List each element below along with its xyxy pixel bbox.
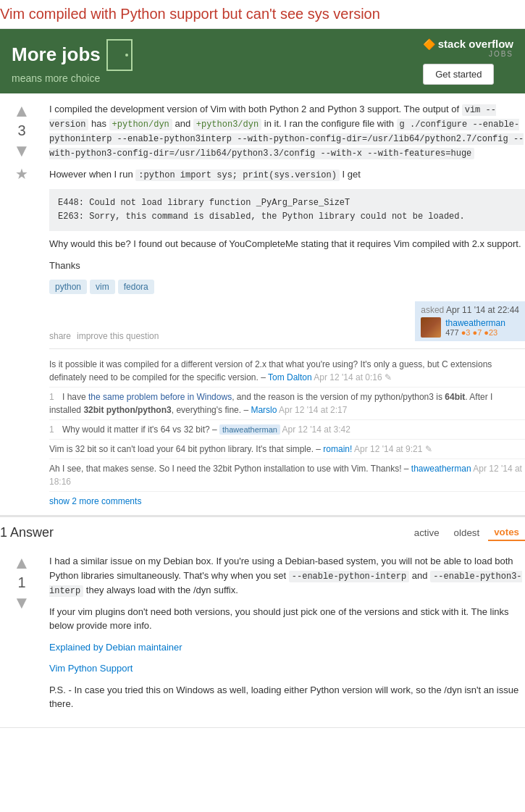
so-jobs-label: JOBS [423,50,513,58]
comment-user-romain[interactable]: romain! [323,444,352,454]
code-python3-dyn: +python3/dyn [193,119,261,130]
comment-num-2: 1 [49,390,58,403]
question-para-1: I compiled the development version of Vi… [49,102,525,160]
question-footer: share improve this question asked Apr 11… [49,301,525,341]
error-code-block: E448: Could not load library function _P… [49,189,525,231]
answer-count: 1 Answer [0,525,54,540]
answer-header: 1 Answer active oldest votes [0,516,525,545]
comments-section: Is it possible it was compiled for a dif… [49,348,525,506]
favorite-button[interactable]: ★ [15,165,28,183]
question-actions: share improve this question [49,331,159,341]
code-python-dyn: +python/dyn [109,119,172,130]
answer-downvote-button[interactable]: ▼ [13,594,30,611]
comment-num-3: 1 [49,423,58,436]
banner-tagline: means more choice [12,72,133,84]
question-para-4: Thanks [49,259,525,273]
comment-1: Is it possible it was compiled for a dif… [49,355,525,388]
user-rep: 477 ●3 ●7 ●23 [445,328,505,337]
comment-text-4: Vim is 32 bit so it can't load your 64 b… [49,444,432,454]
sort-tab-active[interactable]: active [408,524,445,541]
comment-date-2: Apr 12 '14 at 2:17 [279,405,347,415]
tag-fedora[interactable]: fedora [118,280,154,294]
question-para-3: Why would this be? I found out because o… [49,237,525,251]
asked-label: asked [421,305,444,315]
user-details: thaweatherman 477 ●3 ●7 ●23 [445,318,505,337]
comment-text-5: Ah I see, that makes sense. So I need th… [49,464,522,487]
jobs-banner: More jobs means more choice 🔶 stack over… [0,29,525,93]
asked-box: asked Apr 11 '14 at 22:44 thaweatherman … [415,301,525,341]
so-logo: 🔶 stack overflow JOBS [423,38,513,58]
answer-vote-column: ▲ 1 ▼ [0,554,43,719]
user-info: thaweatherman 477 ●3 ●7 ●23 [421,317,519,338]
share-link[interactable]: share [49,331,71,341]
comment-user-tag-inline: thaweatherman [219,424,280,435]
avatar-image [421,317,441,338]
edit-icon-4[interactable]: ✎ [425,444,432,454]
answer-link-vim-python[interactable]: Vim Python Support [49,663,133,674]
rep-value: 477 [445,328,458,337]
tag-vim[interactable]: vim [90,280,115,294]
show-more-comments-link[interactable]: show 2 more comments [49,496,141,506]
username[interactable]: thaweatherman [445,318,505,328]
page-title: Vim compiled with Python support but can… [0,0,525,29]
comment-user-thaw2[interactable]: thaweatherman [411,464,471,474]
door-icon [106,39,133,71]
comment-text: Is it possible it was compiled for a dif… [49,359,492,382]
upvote-button[interactable]: ▲ [13,102,30,120]
so-logo-icon: 🔶 [423,38,435,50]
answer-link-debian[interactable]: Explained by Debian maintainer [49,642,182,653]
comment-user-marslo[interactable]: Marslo [251,405,277,415]
sort-tab-votes[interactable]: votes [488,524,525,541]
banner-left: More jobs means more choice [12,39,133,84]
comment-5: Ah I see, that makes sense. So I need th… [49,459,525,492]
comment-4: Vim is 32 bit so it can't load your 64 b… [49,440,525,459]
asked-date: Apr 11 '14 at 22:44 [446,305,519,315]
answer-link-2-para: Vim Python Support [49,661,525,676]
comment-date-4: Apr 12 '14 at 9:21 [354,444,422,454]
code-python-import: :python import sys; print(sys.version) [135,169,340,181]
answer-para-1: I had a similar issue on my Debian box. … [49,554,525,598]
vote-count: 3 [17,122,25,139]
comment-text-2: I have the same problem before in Window… [49,392,492,415]
badge-dots: ●3 ●7 ●23 [461,328,498,337]
tag-python[interactable]: python [49,280,87,294]
answer-para-2: If your vim plugins don't need both vers… [49,605,525,633]
edit-icon-1[interactable]: ✎ [385,372,392,382]
comment-text-3: Why would it matter if it's 64 vs 32 bit… [62,424,350,435]
question-body: I compiled the development version of Vi… [43,102,525,506]
question-container: ▲ 3 ▼ ★ I compiled the development versi… [0,93,525,516]
avatar [421,317,441,338]
question-tags: python vim fedora [49,280,525,294]
comment-user-tomdalton[interactable]: Tom Dalton [268,372,312,382]
answer-upvote-button[interactable]: ▲ [13,554,30,572]
banner-heading-text: More jobs [12,43,101,66]
get-started-button[interactable]: Get started [423,64,494,85]
comment-3: 1 Why would it matter if it's 64 vs 32 b… [49,420,525,440]
answer-container: ▲ 1 ▼ I had a similar issue on my Debian… [0,545,525,728]
question-para-2: However when I run :python import sys; p… [49,167,525,182]
downvote-button[interactable]: ▼ [13,142,30,159]
so-logo-text: stack overflow [438,38,513,50]
comment-date-1: Apr 12 '14 at 0:16 [314,372,382,382]
code-enable-python: --enable-python-interp [289,571,409,582]
comment-2: 1 I have the same problem before in Wind… [49,388,525,420]
banner-heading: More jobs [12,39,133,71]
vote-column: ▲ 3 ▼ ★ [0,102,43,506]
answer-link-1-para: Explained by Debian maintainer [49,640,525,655]
banner-right: 🔶 stack overflow JOBS Get started [423,38,513,85]
sort-tab-oldest[interactable]: oldest [448,524,486,541]
answer-body: I had a similar issue on my Debian box. … [43,554,525,719]
comment-date-3: Apr 12 '14 at 3:42 [282,424,350,435]
comment-link-2: the same problem before in Windows [88,392,232,402]
code-enable-python3: --enable-python3-interp [49,571,522,597]
answer-para-ps: P.S. - In case you tried this on Windows… [49,683,525,711]
improve-link[interactable]: improve this question [77,331,159,341]
sort-tabs: active oldest votes [408,524,525,541]
answer-vote-count: 1 [17,574,25,591]
